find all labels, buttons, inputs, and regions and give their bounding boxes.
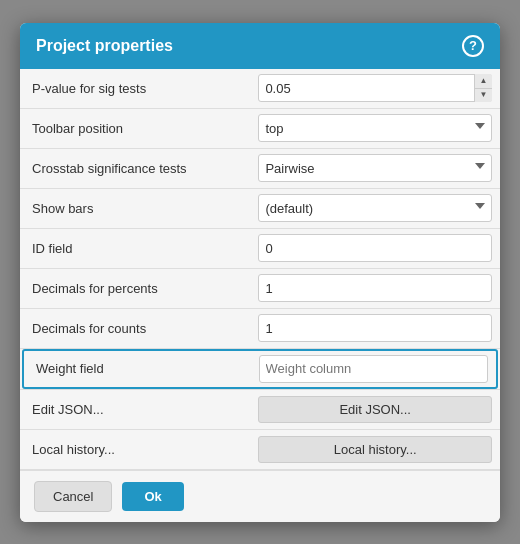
decimals-cnt-label: Decimals for counts bbox=[20, 313, 250, 344]
showbars-control: (default) Yes No bbox=[250, 190, 500, 226]
toolbar-select[interactable]: top bottom left right bbox=[258, 114, 492, 142]
weight-row: Weight field bbox=[22, 349, 498, 389]
decimals-cnt-control bbox=[250, 310, 500, 346]
crosstab-label: Crosstab significance tests bbox=[20, 153, 250, 184]
pvalue-input[interactable] bbox=[258, 74, 492, 102]
pvalue-spinner-down[interactable]: ▼ bbox=[475, 89, 492, 103]
pvalue-spinner: ▲ ▼ bbox=[258, 74, 492, 102]
pvalue-control: ▲ ▼ bbox=[250, 70, 500, 106]
decimals-cnt-row: Decimals for counts bbox=[20, 309, 500, 349]
pvalue-spinner-up[interactable]: ▲ bbox=[475, 74, 492, 89]
editjson-btn-wrap: Edit JSON... bbox=[250, 392, 500, 427]
pvalue-row: P-value for sig tests ▲ ▼ bbox=[20, 69, 500, 109]
showbars-row: Show bars (default) Yes No bbox=[20, 189, 500, 229]
crosstab-select[interactable]: Pairwise None Both bbox=[258, 154, 492, 182]
idfield-input[interactable] bbox=[258, 234, 492, 262]
weight-control bbox=[251, 351, 496, 387]
dialog-footer: Cancel Ok bbox=[20, 470, 500, 522]
decimals-pct-row: Decimals for percents bbox=[20, 269, 500, 309]
crosstab-control: Pairwise None Both bbox=[250, 150, 500, 186]
showbars-label: Show bars bbox=[20, 193, 250, 224]
localhistory-label: Local history... bbox=[20, 434, 250, 465]
help-icon[interactable]: ? bbox=[462, 35, 484, 57]
toolbar-label: Toolbar position bbox=[20, 113, 250, 144]
showbars-select[interactable]: (default) Yes No bbox=[258, 194, 492, 222]
pvalue-spinner-arrows: ▲ ▼ bbox=[474, 74, 492, 102]
ok-button[interactable]: Ok bbox=[122, 482, 183, 511]
dialog-title: Project properties bbox=[36, 37, 173, 55]
decimals-pct-input[interactable] bbox=[258, 274, 492, 302]
editjson-button[interactable]: Edit JSON... bbox=[258, 396, 492, 423]
decimals-pct-control bbox=[250, 270, 500, 306]
crosstab-row: Crosstab significance tests Pairwise Non… bbox=[20, 149, 500, 189]
toolbar-control: top bottom left right bbox=[250, 110, 500, 146]
project-properties-dialog: Project properties ? P-value for sig tes… bbox=[20, 23, 500, 522]
cancel-button[interactable]: Cancel bbox=[34, 481, 112, 512]
idfield-row: ID field bbox=[20, 229, 500, 269]
editjson-label: Edit JSON... bbox=[20, 394, 250, 425]
idfield-control bbox=[250, 230, 500, 266]
dialog-header: Project properties ? bbox=[20, 23, 500, 69]
pvalue-label: P-value for sig tests bbox=[20, 73, 250, 104]
toolbar-row: Toolbar position top bottom left right bbox=[20, 109, 500, 149]
weight-label: Weight field bbox=[24, 353, 251, 384]
dialog-body: P-value for sig tests ▲ ▼ Toolbar positi… bbox=[20, 69, 500, 470]
localhistory-btn-wrap: Local history... bbox=[250, 432, 500, 467]
localhistory-row: Local history... Local history... bbox=[20, 430, 500, 470]
weight-input[interactable] bbox=[259, 355, 488, 383]
weight-section: Weight field bbox=[20, 349, 500, 390]
localhistory-button[interactable]: Local history... bbox=[258, 436, 492, 463]
editjson-row: Edit JSON... Edit JSON... bbox=[20, 390, 500, 430]
decimals-cnt-input[interactable] bbox=[258, 314, 492, 342]
decimals-pct-label: Decimals for percents bbox=[20, 273, 250, 304]
idfield-label: ID field bbox=[20, 233, 250, 264]
